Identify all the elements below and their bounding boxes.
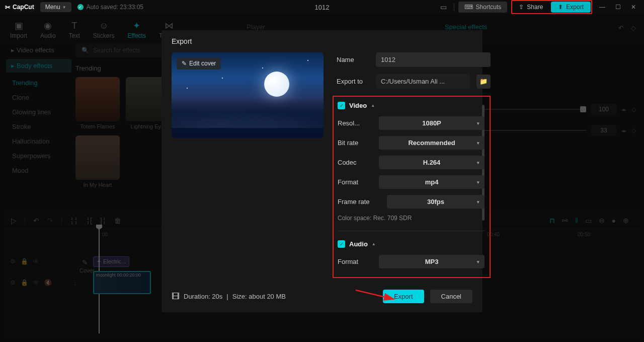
- effect-item[interactable]: Totem Flames: [75, 77, 120, 129]
- exportto-input[interactable]: [376, 74, 470, 89]
- redo-icon[interactable]: ↷: [47, 217, 53, 225]
- share-button[interactable]: ⇪ Share: [513, 2, 549, 13]
- keyframe-icon[interactable]: ◇: [631, 127, 636, 134]
- tab-audio[interactable]: ◉Audio: [34, 18, 62, 41]
- audio-checkbox[interactable]: ✓: [338, 240, 345, 248]
- audio-section-header[interactable]: ✓ Audio ▲: [338, 240, 485, 248]
- sidebar-item-trending[interactable]: Trending: [6, 76, 71, 90]
- import-icon: ▣: [15, 20, 23, 31]
- chevron-down-icon: ▾: [477, 141, 479, 146]
- zoom-slider[interactable]: ●: [612, 217, 616, 225]
- sidebar-item-superpowers[interactable]: Superpowers: [6, 149, 71, 163]
- snap-icon[interactable]: ⫴: [575, 216, 578, 225]
- cover-preview: ✎ Edit cover: [172, 52, 324, 138]
- cover-label: Cover: [79, 267, 94, 273]
- app-name: CapCut: [13, 4, 34, 11]
- audio-format-dropdown[interactable]: MP3▾: [379, 255, 485, 268]
- format-dropdown[interactable]: mp4▾: [379, 175, 485, 189]
- search-icon: 🔍: [82, 47, 89, 54]
- effect-clip-icon: ✦: [97, 258, 101, 265]
- sidebar-item-stroke[interactable]: Stroke: [6, 119, 71, 134]
- mute-icon[interactable]: 🔇: [44, 279, 52, 286]
- stepper-icon[interactable]: ◂▸: [621, 107, 626, 112]
- menu-button[interactable]: Menu ▼: [40, 2, 71, 12]
- film-icon: 🎞: [172, 292, 180, 301]
- shortcuts-button[interactable]: ⌨ Shortcuts: [458, 2, 508, 13]
- codec-label: Codec: [338, 159, 373, 166]
- audio-icon: ◉: [44, 20, 52, 31]
- exportto-label: Export to: [337, 78, 370, 85]
- modal-footer: 🎞 Duration: 20s | Size: about 20 MB Expo…: [172, 290, 472, 303]
- effects-sidebar: ▸Video effects ▸Body effects Trending Cl…: [6, 43, 71, 178]
- upload-icon: ⬆: [558, 4, 563, 11]
- name-input[interactable]: [376, 52, 491, 67]
- autosave-status: ✓ Auto saved: 23:33:05: [77, 4, 143, 11]
- lock-icon[interactable]: 🔒: [21, 279, 28, 286]
- sidebar-item-mood[interactable]: Mood: [6, 163, 71, 178]
- close-button[interactable]: ✕: [628, 4, 639, 11]
- sort-icon: ▲: [371, 103, 375, 108]
- playhead[interactable]: [99, 228, 100, 333]
- browse-folder-button[interactable]: 📁: [476, 75, 491, 89]
- audio-format-label: Format: [338, 258, 373, 265]
- annotation-highlight-settings: ✓ Video ▲ Resol... 1080P▾ Bit rate Recom…: [333, 96, 491, 278]
- zoom-in-icon[interactable]: ⊕: [623, 217, 629, 225]
- magnet-icon[interactable]: ⊓: [549, 217, 555, 225]
- delete-icon[interactable]: 🗑: [114, 217, 121, 225]
- split-left-icon[interactable]: ╎[: [86, 217, 92, 225]
- sidebar-body-effects[interactable]: ▸Body effects: [6, 59, 71, 73]
- folder-icon: 📁: [479, 78, 488, 85]
- codec-dropdown[interactable]: H.264▾: [379, 156, 485, 169]
- split-right-icon[interactable]: ]╎: [100, 217, 106, 225]
- zoom-out-icon[interactable]: ⊖: [599, 217, 605, 225]
- format-label: Format: [338, 178, 373, 186]
- share-icon: ⇪: [519, 4, 524, 11]
- framerate-dropdown[interactable]: 30fps▾: [387, 195, 485, 209]
- layout-icon[interactable]: ▭: [437, 2, 450, 12]
- cover-edit-icon[interactable]: ✎: [82, 258, 88, 266]
- caret-icon: ▸: [11, 62, 15, 70]
- video-clip[interactable]: moonlight 00:00:20:00: [93, 271, 151, 294]
- minimize-button[interactable]: —: [596, 4, 608, 11]
- tab-effects[interactable]: ✦Effects: [121, 18, 151, 41]
- pointer-icon[interactable]: ▷: [11, 217, 17, 225]
- export-modal: Export ✎ Edit cover Name: [162, 30, 482, 312]
- sidebar-item-clone[interactable]: Clone: [6, 90, 71, 105]
- video-checkbox[interactable]: ✓: [338, 102, 345, 109]
- tab-import[interactable]: ▣Import: [4, 18, 33, 41]
- tab-stickers[interactable]: ☺Stickers: [87, 19, 121, 41]
- export-confirm-button[interactable]: Export: [383, 290, 424, 303]
- edit-cover-button[interactable]: ✎ Edit cover: [177, 57, 221, 70]
- link-icon[interactable]: ⚯: [562, 217, 568, 225]
- sidebar-item-hallucination[interactable]: Hallucination: [6, 134, 71, 149]
- maximize-button[interactable]: ☐: [612, 4, 624, 11]
- resolution-dropdown[interactable]: 1080P▾: [379, 116, 485, 130]
- lock-icon[interactable]: 🔒: [21, 258, 28, 265]
- chevron-down-icon: ▼: [62, 5, 66, 10]
- framerate-label: Frame rate: [338, 198, 381, 206]
- caret-icon: ▸: [11, 46, 15, 54]
- stepper-icon[interactable]: ◂▸: [621, 128, 626, 133]
- project-title: 1012: [315, 4, 330, 11]
- preview-icon[interactable]: ▭: [585, 217, 592, 225]
- video-section-header[interactable]: ✓ Video ▲: [338, 102, 485, 109]
- effects-icon: ✦: [133, 20, 140, 31]
- track-settings-icon[interactable]: ⚙: [10, 279, 16, 286]
- effect-clip[interactable]: ✦Electric...: [93, 256, 129, 267]
- keyboard-icon: ⌨: [464, 4, 473, 11]
- sidebar-item-glowing[interactable]: Glowing lines: [6, 105, 71, 119]
- keyframe-icon[interactable]: ◇: [631, 106, 636, 113]
- track-settings-icon[interactable]: ⚙: [10, 258, 16, 265]
- cancel-button[interactable]: Cancel: [430, 290, 472, 303]
- bitrate-dropdown[interactable]: Recommended▾: [379, 136, 485, 150]
- undo-icon[interactable]: ↶: [33, 217, 39, 225]
- chevron-down-icon: ▾: [477, 180, 479, 185]
- sidebar-video-effects[interactable]: ▸Video effects: [6, 43, 71, 57]
- export-button-top[interactable]: ⬆ Export: [551, 2, 591, 13]
- split-icon[interactable]: ╎╎: [70, 217, 78, 225]
- eye-icon[interactable]: 👁: [33, 279, 39, 286]
- tab-text[interactable]: TText: [63, 19, 86, 41]
- sort-icon: ▲: [372, 242, 376, 246]
- effect-item[interactable]: In My Heart: [75, 135, 120, 188]
- eye-icon[interactable]: 👁: [33, 258, 39, 265]
